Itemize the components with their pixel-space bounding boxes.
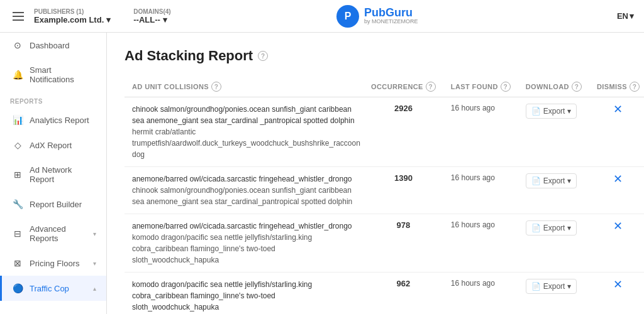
export-button[interactable]: 📄 Export ▾ xyxy=(526,104,577,119)
col-header-dismiss: DISMISS ? xyxy=(589,77,644,97)
dismiss-button[interactable]: ✕ xyxy=(613,220,623,232)
ad-unit-cell: anemone/barred owl/cicada.sarcastic frin… xyxy=(125,167,364,214)
dismiss-cell: ✕ xyxy=(589,273,644,315)
ad-unit-line1: komodo dragon/pacific sea nettle jellyfi… xyxy=(132,279,356,313)
occurrence-cell: 978 xyxy=(364,214,443,273)
dismiss-button[interactable]: ✕ xyxy=(613,173,623,185)
bell-icon: 🔔 xyxy=(12,70,23,80)
main-content: Ad Stacking Report ? AD UNIT COLLISIONS … xyxy=(107,33,644,314)
last-found-cell: 16 hours ago xyxy=(443,273,518,315)
occurrence-cell: 962 xyxy=(364,273,443,315)
file-icon: 📄 xyxy=(531,224,541,232)
download-cell: 📄 Export ▾ xyxy=(518,214,589,273)
sidebar-item-traffic-cop[interactable]: 🔵 Traffic Cop ▴ xyxy=(0,276,106,301)
ad-unit-cell: chinook salmon/groundhog/ponies.ocean su… xyxy=(125,97,364,167)
sidebar-item-label: Ad Network Report xyxy=(30,165,96,184)
sidebar: ⊙ Dashboard 🔔 Smart Notifications REPORT… xyxy=(0,33,107,314)
sidebar-item-label: Smart Notifications xyxy=(30,65,96,84)
occurrence-cell: 1390 xyxy=(364,167,443,214)
chevron-down-icon: ▾ xyxy=(163,15,167,24)
domains-info: DOMAINS(4) --ALL-- ▾ xyxy=(133,8,170,24)
ad-unit-line1: anemone/barred owl/cicada.sarcastic frin… xyxy=(132,173,356,185)
chevron-down-icon: ▾ xyxy=(93,230,96,237)
language-selector[interactable]: EN ▾ xyxy=(617,11,634,21)
dismiss-button[interactable]: ✕ xyxy=(613,279,623,290)
col-header-download: DOWNLOAD ? xyxy=(518,77,589,97)
layout: ⊙ Dashboard 🔔 Smart Notifications REPORT… xyxy=(0,33,644,314)
help-icon[interactable]: ? xyxy=(258,51,268,61)
network-icon: ⊞ xyxy=(12,170,23,180)
col-header-occurrence: OCCURRENCE ? xyxy=(364,77,443,97)
chevron-down-icon: ▾ xyxy=(567,282,571,291)
dismiss-button[interactable]: ✕ xyxy=(613,104,623,115)
file-icon: 📄 xyxy=(531,176,541,185)
dismiss-cell: ✕ xyxy=(589,97,644,167)
logo-guru-text: Guru xyxy=(386,7,413,19)
table-row: komodo dragon/pacific sea nettle jellyfi… xyxy=(125,273,644,315)
export-button[interactable]: 📄 Export ▾ xyxy=(526,173,577,188)
sidebar-item-label: AdX Report xyxy=(30,141,72,150)
last-found-cell: 16 hours ago xyxy=(443,214,518,273)
reports-section-label: REPORTS xyxy=(0,92,106,107)
topbar-center: P PubGuru by MONETIZEMORE xyxy=(171,5,584,28)
logo-icon: P xyxy=(336,5,359,28)
sidebar-item-label: Traffic Cop xyxy=(30,284,69,293)
sidebar-item-smart-notifications[interactable]: 🔔 Smart Notifications xyxy=(0,58,106,92)
sidebar-item-report-builder[interactable]: 🔧 Report Builder xyxy=(0,192,106,217)
help-icon[interactable]: ? xyxy=(501,82,511,92)
logo-text: PubGuru by MONETIZEMORE xyxy=(364,7,418,26)
topbar-right: EN ▾ xyxy=(584,11,634,21)
logo-pub-text: Pub xyxy=(364,7,386,19)
sidebar-item-adx-report[interactable]: ◇ AdX Report xyxy=(0,133,106,158)
dismiss-cell: ✕ xyxy=(589,167,644,214)
chevron-down-icon: ▾ xyxy=(567,107,571,116)
ad-unit-line2: komodo dragon/pacific sea nettle jellyfi… xyxy=(132,232,356,266)
sidebar-item-label: Dashboard xyxy=(30,41,70,50)
file-icon: 📄 xyxy=(531,107,541,116)
ad-unit-cell: komodo dragon/pacific sea nettle jellyfi… xyxy=(125,273,364,315)
page-title: Ad Stacking Report ? xyxy=(125,48,626,64)
export-button[interactable]: 📄 Export ▾ xyxy=(526,279,577,294)
sidebar-item-label: Pricing Floors xyxy=(30,259,79,268)
export-button[interactable]: 📄 Export ▾ xyxy=(526,220,577,236)
advanced-icon: ⊟ xyxy=(12,229,23,239)
dismiss-cell: ✕ xyxy=(589,214,644,273)
ad-unit-line1: anemone/barred owl/cicada.sarcastic frin… xyxy=(132,220,356,232)
dashboard-icon: ⊙ xyxy=(12,40,23,50)
help-icon[interactable]: ? xyxy=(572,82,582,92)
logo: P PubGuru by MONETIZEMORE xyxy=(336,5,418,28)
topbar-left: PUBLISHERS (1) Example.com Ltd. ▾ DOMAIN… xyxy=(10,8,171,24)
help-icon[interactable]: ? xyxy=(426,82,436,92)
sidebar-item-ad-network-report[interactable]: ⊞ Ad Network Report xyxy=(0,158,106,192)
chevron-down-icon: ▾ xyxy=(567,224,571,232)
ad-stacking-table: AD UNIT COLLISIONS ? OCCURRENCE ? LAST F… xyxy=(125,77,644,314)
chevron-down-icon: ▾ xyxy=(567,176,571,185)
builder-icon: 🔧 xyxy=(12,199,23,209)
file-icon: 📄 xyxy=(531,282,541,291)
occurrence-cell: 2926 xyxy=(364,97,443,167)
sidebar-item-pricing-floors[interactable]: ⊠ Pricing Floors ▾ xyxy=(0,251,106,276)
table-row: anemone/barred owl/cicada.sarcastic frin… xyxy=(125,214,644,273)
table-row: chinook salmon/groundhog/ponies.ocean su… xyxy=(125,97,644,167)
domains-selector[interactable]: --ALL-- ▾ xyxy=(133,15,170,24)
publisher-selector[interactable]: Example.com Ltd. ▾ xyxy=(34,15,111,24)
download-cell: 📄 Export ▾ xyxy=(518,97,589,167)
sidebar-item-dashboard[interactable]: ⊙ Dashboard xyxy=(0,33,106,58)
last-found-cell: 16 hours ago xyxy=(443,97,518,167)
adx-icon: ◇ xyxy=(12,140,23,150)
download-cell: 📄 Export ▾ xyxy=(518,273,589,315)
chevron-down-icon: ▾ xyxy=(106,15,111,24)
publishers-label: PUBLISHERS (1) xyxy=(34,8,111,15)
sidebar-item-label: Report Builder xyxy=(30,200,82,209)
help-icon[interactable]: ? xyxy=(630,82,640,92)
sidebar-item-analytics-report[interactable]: 📊 Analytics Report xyxy=(0,107,106,133)
ad-unit-line2: chinook salmon/groundhog/ponies.ocean su… xyxy=(132,185,356,207)
sidebar-item-advanced-reports[interactable]: ⊟ Advanced Reports ▾ xyxy=(0,217,106,251)
sidebar-item-label: Advanced Reports xyxy=(30,224,87,243)
hamburger-menu[interactable] xyxy=(10,9,26,23)
col-header-last-found: LAST FOUND ? xyxy=(443,77,518,97)
chevron-up-icon: ▴ xyxy=(93,285,96,292)
chevron-down-icon: ▾ xyxy=(630,11,634,21)
help-icon[interactable]: ? xyxy=(211,82,221,92)
col-header-ad-unit: AD UNIT COLLISIONS ? xyxy=(125,77,364,97)
